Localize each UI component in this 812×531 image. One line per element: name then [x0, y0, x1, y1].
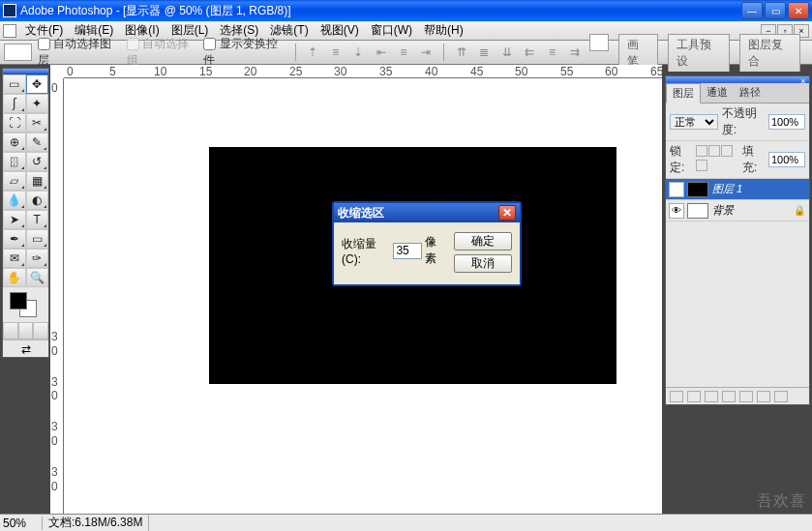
align-vcenter-icon[interactable]: ≡	[327, 44, 344, 61]
eraser-tool[interactable]: ▱	[3, 171, 26, 191]
file-info[interactable]: 文档:6.18M/6.38M	[43, 515, 149, 531]
options-bar: 自动选择图层 自动选择组 显示变换控件 ⇡ ≡ ⇣ ⇤ ≡ ⇥ ⇈ ≣ ⇊ ⇇ …	[0, 41, 812, 65]
foreground-color[interactable]	[10, 292, 27, 310]
fullscreen-menu-mode-icon[interactable]	[18, 322, 34, 339]
layer-name: 背景	[712, 203, 734, 218]
type-tool[interactable]: T	[26, 210, 49, 229]
close-button[interactable]: ✕	[788, 2, 809, 19]
blend-mode-select[interactable]: 正常	[670, 114, 718, 130]
dialog-close-button[interactable]: ✕	[498, 205, 516, 221]
menu-view[interactable]: 视图(V)	[315, 22, 365, 39]
panel-grip[interactable]: ×	[666, 76, 809, 83]
menu-window[interactable]: 窗口(W)	[365, 22, 418, 39]
lock-icons[interactable]	[696, 145, 738, 174]
stamp-tool[interactable]: ⌹	[3, 152, 26, 171]
fill-input[interactable]	[768, 152, 805, 167]
dodge-tool[interactable]: ◐	[26, 191, 49, 210]
tab-layer-comps[interactable]: 图层复合	[739, 34, 800, 72]
fx-icon[interactable]	[687, 391, 701, 402]
hand-tool[interactable]: ✋	[3, 268, 26, 287]
opacity-input[interactable]	[768, 114, 805, 130]
distribute-hcenter-icon[interactable]: ≡	[544, 44, 560, 61]
opacity-label: 不透明度:	[722, 105, 765, 138]
maximize-button[interactable]: ▭	[765, 2, 786, 19]
imageready-icon[interactable]: ⇄	[3, 339, 48, 357]
tab-paths[interactable]: 路径	[734, 83, 767, 103]
watermark: 吾欢喜	[757, 491, 806, 512]
distribute-right-icon[interactable]: ⇉	[566, 44, 583, 61]
dialog-titlebar[interactable]: 收缩选区 ✕	[334, 203, 520, 222]
slice-tool[interactable]: ✂	[26, 113, 49, 133]
auto-select-group-check: 自动选择组	[127, 36, 198, 69]
zoom-tool[interactable]: 🔍	[26, 268, 49, 287]
visibility-icon[interactable]: 👁	[669, 203, 684, 219]
marquee-tool[interactable]: ▭	[3, 74, 26, 94]
trash-icon[interactable]	[774, 391, 788, 402]
layers-list: 👁 图层 1 👁 背景 🔒	[666, 179, 809, 221]
eyedropper-tool[interactable]: ✑	[26, 249, 49, 268]
zoom-value[interactable]: 50%	[0, 516, 43, 530]
tab-tool-presets[interactable]: 工具预设	[668, 34, 729, 72]
cancel-button[interactable]: 取消	[454, 254, 512, 273]
folder-icon[interactable]	[739, 391, 753, 402]
show-transform-check[interactable]: 显示变换控件	[203, 36, 286, 69]
crop-tool[interactable]: ⛶	[3, 113, 26, 133]
distribute-bottom-icon[interactable]: ⇊	[498, 44, 515, 61]
window-title: Adobe Photoshop - [显示器 @ 50% (图层 1, RGB/…	[20, 3, 291, 19]
path-tool[interactable]: ➤	[3, 210, 26, 229]
new-layer-icon[interactable]	[757, 391, 770, 402]
color-swatches[interactable]	[6, 290, 45, 319]
notes-tool[interactable]: ✉	[3, 249, 26, 268]
align-bottom-icon[interactable]: ⇣	[350, 44, 367, 61]
link-icon[interactable]	[670, 391, 683, 402]
amount-input[interactable]	[393, 243, 422, 259]
align-left-icon[interactable]: ⇤	[373, 44, 389, 61]
align-top-icon[interactable]: ⇡	[305, 44, 321, 61]
workspace: 0 5 10 15 20 25 30 35 40 45 50 55 60 65 …	[50, 65, 662, 514]
wand-tool[interactable]: ✦	[26, 94, 49, 113]
amount-label: 收缩量(C):	[342, 236, 390, 266]
tab-channels[interactable]: 通道	[701, 83, 734, 103]
palette-well-icon[interactable]	[589, 34, 610, 51]
status-bar: 50% 文档:6.18M/6.38M	[0, 514, 812, 531]
lasso-tool[interactable]: ʃ	[3, 94, 26, 113]
ruler-vertical: 0 3 0 3 0 3 0 3 0	[50, 78, 64, 514]
layer-row[interactable]: 👁 背景 🔒	[666, 200, 809, 221]
gradient-tool[interactable]: ▦	[26, 171, 49, 191]
move-tool[interactable]: ✥	[26, 74, 49, 94]
distribute-top-icon[interactable]: ⇈	[453, 44, 469, 61]
canvas-area[interactable]	[64, 78, 662, 514]
brush-tool[interactable]: ✎	[26, 133, 49, 152]
dialog-title: 收缩选区	[338, 205, 384, 221]
layer-thumb	[687, 182, 708, 197]
minimize-button[interactable]: —	[741, 2, 763, 19]
current-tool-icon[interactable]	[4, 44, 32, 61]
layer-name: 图层 1	[712, 182, 742, 196]
contract-selection-dialog: 收缩选区 ✕ 收缩量(C): 像素 确定 取消	[332, 201, 522, 286]
distribute-left-icon[interactable]: ⇇	[521, 44, 537, 61]
layer-row[interactable]: 👁 图层 1	[666, 179, 809, 200]
mask-icon[interactable]	[705, 391, 718, 402]
pen-tool[interactable]: ✒	[3, 229, 26, 249]
layer-thumb	[687, 203, 708, 219]
layers-panel: × 图层 通道 路径 正常 不透明度: 锁定: 填充: 👁 图层 1 👁 背景 …	[665, 75, 810, 405]
separator	[295, 44, 296, 61]
lock-icon: 🔒	[794, 205, 805, 216]
tab-layers[interactable]: 图层	[666, 83, 701, 103]
ok-button[interactable]: 确定	[454, 232, 512, 251]
lock-label: 锁定:	[670, 143, 692, 176]
fullscreen-mode-icon[interactable]	[33, 322, 48, 339]
history-brush-tool[interactable]: ↺	[26, 152, 49, 171]
visibility-icon[interactable]: 👁	[669, 182, 684, 197]
panel-close-icon[interactable]: ×	[797, 76, 809, 83]
auto-select-layer-check[interactable]: 自动选择图层	[38, 36, 120, 69]
distribute-vcenter-icon[interactable]: ≣	[476, 44, 493, 61]
shape-tool[interactable]: ▭	[26, 229, 49, 249]
heal-tool[interactable]: ⊕	[3, 133, 26, 152]
align-right-icon[interactable]: ⇥	[418, 44, 435, 61]
adj-icon[interactable]	[722, 391, 736, 402]
blur-tool[interactable]: 💧	[3, 191, 26, 210]
align-hcenter-icon[interactable]: ≡	[395, 44, 411, 61]
menu-help[interactable]: 帮助(H)	[418, 22, 469, 39]
standard-mode-icon[interactable]	[3, 322, 18, 339]
